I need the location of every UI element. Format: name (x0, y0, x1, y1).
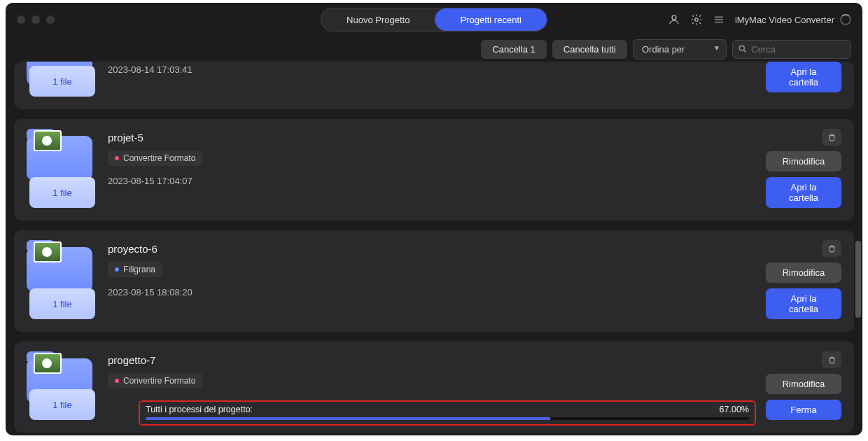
title-bar: Nuovo Progetto Progetti recenti iMyMac V… (6, 3, 862, 36)
search-icon (738, 44, 748, 54)
app-title-label: iMyMac Video Converter (735, 15, 834, 25)
sort-by-dropdown[interactable]: Ordina per (633, 39, 727, 59)
project-name: projet-5 (108, 132, 742, 144)
action-toolbar: Cancella 1 Cancella tutti Ordina per (6, 36, 862, 62)
folder-thumb: 1 file (27, 247, 92, 319)
project-actions: Rimodifica Ferma (757, 351, 841, 420)
progress-label: Tutti i processi del progetto: (146, 405, 253, 414)
gear-icon[interactable] (690, 13, 703, 26)
project-timestamp: 2023-08-15 17:04:07 (108, 176, 742, 186)
project-tag: Convertire Formato (108, 150, 202, 166)
tag-dot-icon (115, 156, 119, 160)
project-tag: Filigrana (108, 262, 162, 277)
open-folder-button[interactable]: Apri la cartella (766, 177, 841, 208)
file-count-label: 1 file (29, 389, 95, 420)
svg-point-1 (695, 18, 699, 22)
file-count-label: 1 file (29, 288, 95, 319)
project-card: 1 file projet-5 Convertire Formato 2023-… (14, 119, 854, 220)
remod-button[interactable]: Rimodifica (766, 262, 841, 283)
svg-point-2 (739, 46, 744, 50)
cancel-all-button[interactable]: Cancella tutti (552, 40, 627, 59)
scrollbar-thumb[interactable] (855, 241, 861, 318)
progress-fill (146, 417, 550, 420)
progress-bar (146, 417, 749, 420)
folder-thumb: 1 file (27, 358, 92, 420)
app-title: iMyMac Video Converter (735, 14, 851, 25)
project-actions: Rimodifica Apri la cartella (757, 129, 841, 208)
tag-dot-icon (115, 267, 119, 272)
tab-new-project[interactable]: Nuovo Progetto (321, 8, 435, 31)
project-actions: Apri la cartella (757, 62, 841, 97)
tag-label: Filigrana (123, 265, 155, 274)
main-tab-group: Nuovo Progetto Progetti recenti (321, 8, 547, 31)
open-folder-button[interactable]: Apri la cartella (766, 288, 841, 319)
delete-button[interactable] (822, 240, 841, 257)
remod-button[interactable]: Rimodifica (766, 151, 841, 172)
tag-label: Convertire Formato (123, 376, 195, 386)
search-input[interactable] (732, 40, 851, 59)
remod-button[interactable]: Rimodifica (766, 374, 841, 394)
video-thumb-icon (34, 130, 62, 151)
project-timestamp: 2023-08-15 18:08:20 (108, 287, 742, 298)
menu-icon[interactable] (713, 13, 725, 26)
maximize-window-dot[interactable] (46, 15, 55, 24)
project-card: 1 file proyecto-6 Filigrana 2023-08-15 1… (14, 230, 854, 332)
project-timestamp: 2023-08-14 17:03:41 (108, 64, 742, 75)
project-name: proyecto-6 (108, 243, 742, 255)
file-count-label: 1 file (29, 66, 95, 97)
projects-list: 1 file 2023-08-14 17:03:41 Apri la carte… (6, 62, 862, 435)
loading-spinner-icon (840, 14, 851, 25)
window-controls (17, 15, 55, 24)
app-window: Nuovo Progetto Progetti recenti iMyMac V… (6, 3, 862, 435)
video-thumb-icon (34, 353, 62, 374)
tab-recent-projects[interactable]: Progetti recenti (435, 8, 546, 31)
search-field-wrap (732, 40, 851, 59)
project-info: proyecto-6 Filigrana 2023-08-15 18:08:20 (108, 240, 742, 319)
folder-thumb: 1 file (27, 62, 92, 97)
file-count-label: 1 file (29, 177, 95, 208)
cancel-one-button[interactable]: Cancella 1 (481, 40, 546, 59)
progress-percent: 67.00% (720, 405, 749, 414)
close-window-dot[interactable] (17, 15, 25, 24)
progress-panel: Tutti i processi del progetto: 67.00% (139, 400, 756, 426)
video-thumb-icon (34, 241, 62, 262)
tag-label: Convertire Formato (123, 153, 195, 163)
project-card: 1 file progetto-7 Convertire Formato Rim… (14, 342, 854, 433)
project-info: 2023-08-14 17:03:41 (108, 62, 742, 97)
project-actions: Rimodifica Apri la cartella (757, 240, 841, 319)
open-folder-button[interactable]: Apri la cartella (766, 62, 841, 92)
project-card: 1 file 2023-08-14 17:03:41 Apri la carte… (14, 62, 854, 109)
delete-button[interactable] (822, 351, 841, 368)
svg-point-0 (672, 15, 676, 20)
project-name: progetto-7 (108, 354, 742, 366)
project-info: projet-5 Convertire Formato 2023-08-15 1… (108, 129, 742, 208)
stop-button[interactable]: Ferma (766, 400, 841, 420)
user-icon[interactable] (668, 13, 680, 26)
project-tag: Convertire Formato (108, 373, 202, 388)
tag-dot-icon (115, 379, 119, 383)
delete-button[interactable] (822, 129, 841, 146)
folder-thumb: 1 file (27, 136, 92, 208)
minimize-window-dot[interactable] (31, 15, 40, 24)
